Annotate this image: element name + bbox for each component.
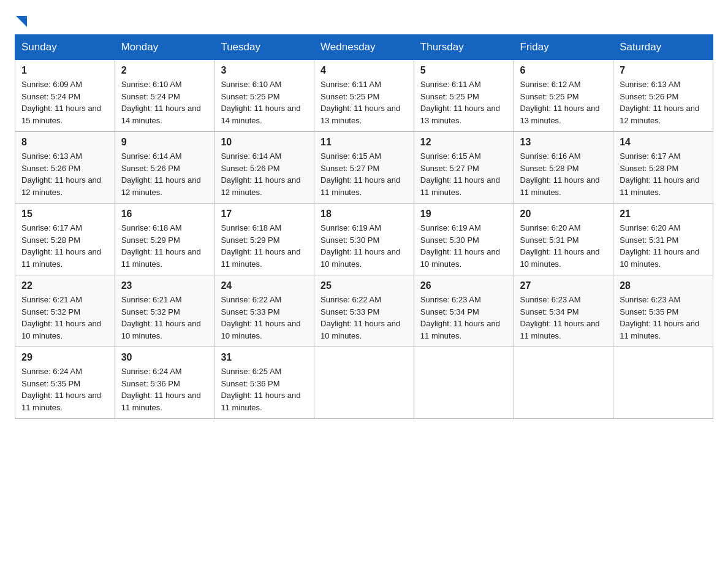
table-row: 30 Sunrise: 6:24 AM Sunset: 5:36 PM Dayl… <box>115 347 214 419</box>
table-row: 29 Sunrise: 6:24 AM Sunset: 5:35 PM Dayl… <box>15 347 115 419</box>
table-row <box>414 347 514 419</box>
table-row: 19 Sunrise: 6:19 AM Sunset: 5:30 PM Dayl… <box>414 204 514 275</box>
day-number: 29 <box>21 352 108 363</box>
day-number: 24 <box>221 280 308 291</box>
table-row <box>514 347 613 419</box>
calendar-week-row: 22 Sunrise: 6:21 AM Sunset: 5:32 PM Dayl… <box>15 275 713 347</box>
day-number: 12 <box>420 137 507 148</box>
day-info: Sunrise: 6:17 AM Sunset: 5:28 PM Dayligh… <box>21 222 108 270</box>
table-row: 22 Sunrise: 6:21 AM Sunset: 5:32 PM Dayl… <box>15 275 115 347</box>
day-number: 15 <box>21 209 108 220</box>
day-number: 13 <box>520 137 607 148</box>
day-number: 18 <box>320 209 408 220</box>
day-number: 7 <box>620 65 707 76</box>
header-thursday: Thursday <box>414 35 514 60</box>
table-row: 10 Sunrise: 6:14 AM Sunset: 5:26 PM Dayl… <box>214 132 314 204</box>
table-row: 18 Sunrise: 6:19 AM Sunset: 5:30 PM Dayl… <box>314 204 414 275</box>
table-row: 25 Sunrise: 6:22 AM Sunset: 5:33 PM Dayl… <box>314 275 414 347</box>
table-row: 1 Sunrise: 6:09 AM Sunset: 5:24 PM Dayli… <box>15 60 115 132</box>
day-number: 21 <box>620 209 707 220</box>
day-number: 9 <box>121 137 208 148</box>
day-number: 8 <box>21 137 108 148</box>
calendar-week-row: 8 Sunrise: 6:13 AM Sunset: 5:26 PM Dayli… <box>15 132 713 204</box>
header-tuesday: Tuesday <box>214 35 314 60</box>
day-number: 23 <box>121 280 208 291</box>
logo <box>15 15 27 25</box>
day-info: Sunrise: 6:20 AM Sunset: 5:31 PM Dayligh… <box>520 222 607 270</box>
day-info: Sunrise: 6:21 AM Sunset: 5:32 PM Dayligh… <box>121 294 208 342</box>
day-info: Sunrise: 6:19 AM Sunset: 5:30 PM Dayligh… <box>420 222 507 270</box>
day-info: Sunrise: 6:23 AM Sunset: 5:34 PM Dayligh… <box>520 294 607 342</box>
day-number: 1 <box>21 65 108 76</box>
svg-marker-0 <box>16 16 27 27</box>
header-sunday: Sunday <box>15 35 115 60</box>
day-info: Sunrise: 6:09 AM Sunset: 5:24 PM Dayligh… <box>21 79 108 126</box>
day-info: Sunrise: 6:18 AM Sunset: 5:29 PM Dayligh… <box>221 222 308 270</box>
day-number: 5 <box>420 65 507 76</box>
table-row <box>314 347 414 419</box>
table-row: 15 Sunrise: 6:17 AM Sunset: 5:28 PM Dayl… <box>15 204 115 275</box>
day-info: Sunrise: 6:23 AM Sunset: 5:34 PM Dayligh… <box>420 294 507 342</box>
day-info: Sunrise: 6:19 AM Sunset: 5:30 PM Dayligh… <box>320 222 408 270</box>
table-row: 26 Sunrise: 6:23 AM Sunset: 5:34 PM Dayl… <box>414 275 514 347</box>
day-number: 20 <box>520 209 607 220</box>
table-row: 17 Sunrise: 6:18 AM Sunset: 5:29 PM Dayl… <box>214 204 314 275</box>
day-info: Sunrise: 6:22 AM Sunset: 5:33 PM Dayligh… <box>320 294 408 342</box>
day-info: Sunrise: 6:18 AM Sunset: 5:29 PM Dayligh… <box>121 222 208 270</box>
day-info: Sunrise: 6:24 AM Sunset: 5:36 PM Dayligh… <box>121 366 208 413</box>
day-info: Sunrise: 6:14 AM Sunset: 5:26 PM Dayligh… <box>221 150 308 198</box>
table-row: 7 Sunrise: 6:13 AM Sunset: 5:26 PM Dayli… <box>613 60 713 132</box>
day-info: Sunrise: 6:12 AM Sunset: 5:25 PM Dayligh… <box>520 79 607 126</box>
day-number: 22 <box>21 280 108 291</box>
day-info: Sunrise: 6:16 AM Sunset: 5:28 PM Dayligh… <box>520 150 607 198</box>
header-friday: Friday <box>514 35 613 60</box>
day-number: 16 <box>121 209 208 220</box>
day-number: 30 <box>121 352 208 363</box>
day-info: Sunrise: 6:15 AM Sunset: 5:27 PM Dayligh… <box>420 150 507 198</box>
day-info: Sunrise: 6:25 AM Sunset: 5:36 PM Dayligh… <box>221 366 308 413</box>
day-number: 2 <box>121 65 208 76</box>
day-number: 6 <box>520 65 607 76</box>
calendar-header-row: Sunday Monday Tuesday Wednesday Thursday… <box>15 35 713 60</box>
table-row: 8 Sunrise: 6:13 AM Sunset: 5:26 PM Dayli… <box>15 132 115 204</box>
table-row: 31 Sunrise: 6:25 AM Sunset: 5:36 PM Dayl… <box>214 347 314 419</box>
table-row: 3 Sunrise: 6:10 AM Sunset: 5:25 PM Dayli… <box>214 60 314 132</box>
day-number: 11 <box>320 137 408 148</box>
day-info: Sunrise: 6:24 AM Sunset: 5:35 PM Dayligh… <box>21 366 108 413</box>
table-row: 27 Sunrise: 6:23 AM Sunset: 5:34 PM Dayl… <box>514 275 613 347</box>
day-info: Sunrise: 6:13 AM Sunset: 5:26 PM Dayligh… <box>21 150 108 198</box>
table-row: 16 Sunrise: 6:18 AM Sunset: 5:29 PM Dayl… <box>115 204 214 275</box>
day-number: 26 <box>420 280 507 291</box>
header-monday: Monday <box>115 35 214 60</box>
day-number: 19 <box>420 209 507 220</box>
day-number: 27 <box>520 280 607 291</box>
day-number: 25 <box>320 280 408 291</box>
day-number: 28 <box>620 280 707 291</box>
day-number: 17 <box>221 209 308 220</box>
table-row: 11 Sunrise: 6:15 AM Sunset: 5:27 PM Dayl… <box>314 132 414 204</box>
day-info: Sunrise: 6:20 AM Sunset: 5:31 PM Dayligh… <box>620 222 707 270</box>
table-row <box>613 347 713 419</box>
day-info: Sunrise: 6:17 AM Sunset: 5:28 PM Dayligh… <box>620 150 707 198</box>
day-info: Sunrise: 6:23 AM Sunset: 5:35 PM Dayligh… <box>620 294 707 342</box>
calendar-week-row: 1 Sunrise: 6:09 AM Sunset: 5:24 PM Dayli… <box>15 60 713 132</box>
table-row: 23 Sunrise: 6:21 AM Sunset: 5:32 PM Dayl… <box>115 275 214 347</box>
header-wednesday: Wednesday <box>314 35 414 60</box>
page-header <box>15 15 713 25</box>
day-number: 3 <box>221 65 308 76</box>
day-info: Sunrise: 6:10 AM Sunset: 5:24 PM Dayligh… <box>121 79 208 126</box>
calendar-table: Sunday Monday Tuesday Wednesday Thursday… <box>15 34 713 419</box>
calendar-week-row: 29 Sunrise: 6:24 AM Sunset: 5:35 PM Dayl… <box>15 347 713 419</box>
table-row: 28 Sunrise: 6:23 AM Sunset: 5:35 PM Dayl… <box>613 275 713 347</box>
logo-arrow-icon <box>16 16 27 27</box>
day-info: Sunrise: 6:22 AM Sunset: 5:33 PM Dayligh… <box>221 294 308 342</box>
day-number: 10 <box>221 137 308 148</box>
table-row: 21 Sunrise: 6:20 AM Sunset: 5:31 PM Dayl… <box>613 204 713 275</box>
calendar-week-row: 15 Sunrise: 6:17 AM Sunset: 5:28 PM Dayl… <box>15 204 713 275</box>
day-info: Sunrise: 6:21 AM Sunset: 5:32 PM Dayligh… <box>21 294 108 342</box>
table-row: 6 Sunrise: 6:12 AM Sunset: 5:25 PM Dayli… <box>514 60 613 132</box>
day-info: Sunrise: 6:14 AM Sunset: 5:26 PM Dayligh… <box>121 150 208 198</box>
day-info: Sunrise: 6:11 AM Sunset: 5:25 PM Dayligh… <box>420 79 507 126</box>
table-row: 9 Sunrise: 6:14 AM Sunset: 5:26 PM Dayli… <box>115 132 214 204</box>
table-row: 5 Sunrise: 6:11 AM Sunset: 5:25 PM Dayli… <box>414 60 514 132</box>
